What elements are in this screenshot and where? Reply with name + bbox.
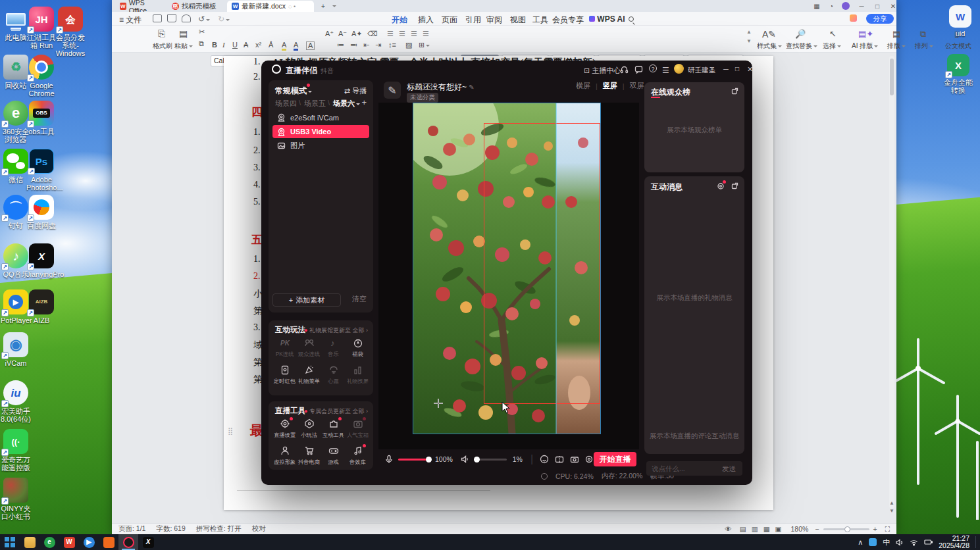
desktop-icon-aizb[interactable]: AIZB AIZB bbox=[26, 289, 57, 324]
menu-icon[interactable]: ☰ bbox=[662, 66, 669, 75]
add-source-button[interactable]: + 添加素材 bbox=[272, 293, 341, 307]
mirror-flip-icon[interactable] bbox=[555, 455, 564, 464]
menu-review[interactable]: 审阅 bbox=[484, 14, 504, 26]
paste-label[interactable]: 粘贴 bbox=[174, 41, 193, 51]
tool-mini-play[interactable]: 小玩法 bbox=[297, 418, 321, 439]
desktop-icon-hongmei[interactable]: iu 宏美助手 8.0(64位) bbox=[1, 380, 31, 423]
play-guest-link[interactable]: 观众连线 bbox=[297, 338, 321, 359]
settings-icon[interactable] bbox=[584, 455, 594, 464]
official-mode-label[interactable]: 公文模式 bbox=[945, 41, 971, 51]
play-pk[interactable]: PKPK连线 bbox=[272, 338, 297, 359]
tool-ecommerce[interactable]: 抖音电商 bbox=[297, 445, 321, 466]
share-button[interactable]: 分享 bbox=[866, 14, 894, 24]
live-minimize-button[interactable]: ─ bbox=[723, 65, 729, 73]
menu-tools[interactable]: 工具 bbox=[530, 14, 550, 26]
username[interactable]: 研壬建圣 bbox=[688, 66, 715, 75]
play-red-packet[interactable]: 定时红包 bbox=[272, 364, 297, 386]
menu-member[interactable]: 会员专享 bbox=[550, 14, 586, 26]
play-gift-menu[interactable]: 礼物菜单 bbox=[297, 364, 321, 386]
eye-protect-icon[interactable]: 👁 bbox=[725, 525, 732, 533]
shading-icon[interactable]: ▨ bbox=[405, 41, 412, 49]
highlight-icon[interactable]: A bbox=[282, 41, 286, 51]
taskbar-jianying[interactable]: X bbox=[138, 534, 158, 550]
desktop-icon-baidu[interactable]: 百度网盘 bbox=[26, 195, 57, 230]
outdent-icon[interactable]: ⇤ bbox=[363, 41, 369, 49]
taskbar-potplayer[interactable]: ▶ bbox=[79, 534, 99, 550]
ai-translate-icon[interactable] bbox=[848, 14, 859, 24]
desktop-icon-member[interactable]: 会 会员分发系统-Windows bbox=[55, 7, 86, 57]
undo-button[interactable]: ↺ bbox=[196, 14, 212, 24]
format-painter-icon[interactable]: ⎘ bbox=[158, 29, 165, 38]
anchor-center-button[interactable]: ⊡ 主播中心 bbox=[584, 66, 621, 76]
strikethrough-icon[interactable]: A bbox=[244, 41, 248, 49]
scene-tab-6[interactable]: 场景六 bbox=[333, 99, 360, 109]
popout-icon[interactable] bbox=[731, 88, 738, 95]
tools-panel-update[interactable]: ● 专属会员更新至 全部 › bbox=[304, 407, 368, 416]
close-button[interactable]: ✕ bbox=[887, 1, 899, 11]
print-icon[interactable] bbox=[167, 14, 176, 22]
cut-icon[interactable]: ✂ bbox=[199, 28, 205, 36]
status-proof[interactable]: 校对 bbox=[252, 524, 266, 534]
desktop-icon-photoshop[interactable]: Ps Adobe Photosho... bbox=[26, 149, 57, 191]
mode-portrait[interactable]: 竖屏 bbox=[603, 81, 617, 91]
headset-icon[interactable] bbox=[620, 65, 629, 74]
scene-tab-4[interactable]: 场景四 bbox=[275, 99, 297, 109]
clock[interactable]: 21:27 2025/4/28 bbox=[939, 535, 969, 549]
view-page-icon[interactable]: ▤ bbox=[740, 525, 746, 533]
speaker-icon[interactable] bbox=[461, 455, 469, 463]
zoom-slider[interactable] bbox=[823, 528, 869, 530]
network-icon[interactable] bbox=[910, 539, 918, 546]
play-panel-update[interactable]: ● 礼物展馆更新至 全部 › bbox=[304, 326, 368, 335]
bold-icon[interactable]: B bbox=[212, 41, 217, 49]
menu-page[interactable]: 页面 bbox=[440, 14, 459, 26]
save-icon[interactable] bbox=[153, 14, 162, 22]
view-outline-icon[interactable]: ▦ bbox=[763, 525, 770, 533]
style-set-label[interactable]: 样式集 bbox=[757, 41, 782, 51]
ai-layout-label[interactable]: AI 排版 bbox=[852, 41, 878, 51]
zoom-value[interactable]: 180% bbox=[791, 525, 809, 533]
taskbar-file-explorer[interactable] bbox=[20, 534, 39, 550]
source-usb3-video[interactable]: USB3 Video bbox=[272, 125, 369, 138]
styles-scroll-down[interactable]: ▼ bbox=[746, 39, 752, 44]
tray-expand-icon[interactable]: ∧ bbox=[858, 538, 863, 547]
source-image[interactable]: 图片 bbox=[272, 139, 369, 152]
volume-icon[interactable] bbox=[896, 539, 904, 546]
desktop-icon-jianghu[interactable]: JH 江湖工具箱 Run bbox=[26, 7, 57, 49]
view-web-icon[interactable]: ▥ bbox=[752, 525, 758, 533]
edit-room-icon[interactable]: ✎ bbox=[384, 82, 401, 99]
tab-wps-office[interactable]: W WPS Office bbox=[115, 1, 165, 12]
notifications-icon[interactable]: ◔ bbox=[825, 1, 837, 11]
menu-reference[interactable]: 引用 bbox=[463, 14, 483, 26]
borders-icon[interactable]: ⊞ bbox=[419, 41, 430, 49]
desktop-icon-ivcam[interactable]: ◉ iVCam bbox=[1, 332, 31, 367]
director-button[interactable]: ⇄ 导播 bbox=[344, 86, 367, 96]
superscript-icon[interactable]: x² bbox=[255, 41, 261, 49]
justify-icon[interactable]: ☰ bbox=[423, 30, 429, 38]
tab-docer[interactable]: 稻 找稻壳模板 bbox=[167, 1, 225, 12]
export-icon[interactable] bbox=[182, 14, 191, 22]
clear-format-icon[interactable]: ⌫ bbox=[367, 30, 378, 38]
show-desktop-strip[interactable] bbox=[975, 536, 976, 548]
italic-icon[interactable]: I bbox=[222, 41, 225, 49]
find-replace-label[interactable]: 查找替换 bbox=[786, 41, 817, 51]
tool-virtual-avatar[interactable]: 虚拟形象 bbox=[272, 445, 297, 466]
char-border-icon[interactable]: A bbox=[306, 41, 315, 50]
select-label[interactable]: 选择 bbox=[823, 41, 841, 51]
tool-sound-library[interactable]: 音效库 bbox=[346, 445, 370, 466]
styles-scroll-up[interactable]: ▲ bbox=[746, 30, 752, 35]
play-music[interactable]: ♪音乐 bbox=[321, 338, 346, 359]
tool-live-settings[interactable]: 直播设置 bbox=[272, 418, 297, 439]
desktop-icon-uid[interactable]: W uid bbox=[945, 5, 975, 38]
battery-icon[interactable] bbox=[924, 539, 933, 545]
messages-popout-icon[interactable] bbox=[731, 182, 738, 189]
format-painter-label[interactable]: 格式刷 bbox=[153, 41, 172, 51]
account-avatar[interactable] bbox=[840, 1, 852, 11]
numbering-icon[interactable]: ≕ bbox=[350, 41, 357, 49]
bullets-icon[interactable]: ≔ bbox=[337, 41, 344, 49]
camera-preview[interactable] bbox=[413, 103, 600, 434]
start-live-button[interactable]: 开始直播 bbox=[594, 452, 636, 466]
source-ivcam[interactable]: e2eSoft iVCam bbox=[272, 111, 369, 124]
paste-icon[interactable]: ▤ bbox=[179, 29, 188, 38]
tool-interactive[interactable]: 互动工具 bbox=[321, 418, 346, 439]
arrange-label[interactable]: 排列 bbox=[915, 41, 933, 51]
